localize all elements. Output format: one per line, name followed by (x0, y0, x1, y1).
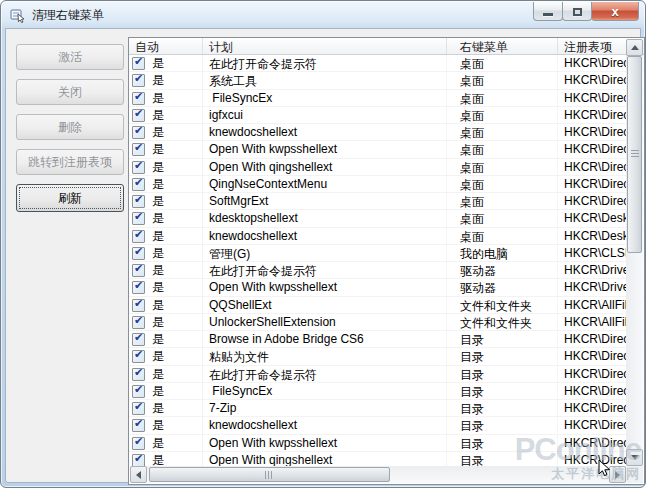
table-row[interactable]: 是 SoftMgrExt 桌面 HKCR\Directo (129, 193, 644, 210)
vertical-scroll-thumb[interactable] (627, 56, 642, 253)
maximize-button[interactable] (562, 2, 592, 21)
checkbox-checked-icon[interactable] (132, 333, 145, 346)
jump-to-registry-button[interactable]: 跳转到注册表项 (16, 149, 124, 175)
titlebar[interactable]: 清理右键菜单 x (1, 1, 645, 28)
scrollbar-corner (626, 466, 643, 483)
checkbox-checked-icon[interactable] (132, 419, 145, 432)
activate-button[interactable]: 激活 (16, 44, 124, 70)
minimize-button[interactable] (533, 2, 563, 21)
arrow-up-icon (631, 45, 639, 50)
auto-label: 是 (152, 435, 164, 451)
column-header-auto[interactable]: 自动 (129, 38, 203, 54)
column-header-menu[interactable]: 右键菜单 (447, 38, 558, 54)
table-row[interactable]: 是 Browse in Adobe Bridge CS6 目录 HKCR\Dir… (129, 331, 644, 348)
table-row[interactable]: 是 Open With kwpsshellext 桌面 HKCR\Directo (129, 141, 644, 158)
plan-cell: knewdocshellext (203, 124, 447, 140)
auto-cell: 是 (129, 228, 203, 244)
table-row[interactable]: 是 Open With kwpsshellext 目录 HKCR\Directo (129, 435, 644, 452)
window-controls: x (534, 2, 639, 21)
table-row[interactable]: 是 knewdocshellext 桌面 HKCR\Directo (129, 124, 644, 141)
checkbox-checked-icon[interactable] (132, 57, 145, 70)
table-row[interactable]: 是 Open With qingshellext 桌面 HKCR\Directo (129, 159, 644, 176)
table-row[interactable]: 是 系统工具 桌面 HKCR\Directo (129, 72, 644, 89)
table-row[interactable]: 是 QQShellExt 文件和文件夹 HKCR\AllFiles (129, 297, 644, 314)
table-row[interactable]: 是 FileSyncEx 桌面 HKCR\Directo (129, 90, 644, 107)
scroll-right-button[interactable] (609, 466, 626, 483)
table-row[interactable]: 是 UnlockerShellExtension 文件和文件夹 HKCR\All… (129, 314, 644, 331)
arrow-left-icon (136, 471, 141, 479)
checkbox-checked-icon[interactable] (132, 143, 145, 156)
vertical-scrollbar[interactable] (626, 39, 643, 466)
table-row[interactable]: 是 QingNseContextMenu 桌面 HKCR\Directo (129, 176, 644, 193)
menu-cell: 目录 (447, 348, 558, 364)
auto-label: 是 (152, 366, 164, 382)
checkbox-checked-icon[interactable] (132, 230, 145, 243)
close-button[interactable]: x (591, 2, 639, 21)
table-row[interactable]: 是 kdesktopshellext 桌面 HKCR\Deskto (129, 210, 644, 227)
arrow-right-icon (615, 471, 620, 479)
checkbox-checked-icon[interactable] (132, 178, 145, 191)
plan-cell: knewdocshellext (203, 228, 447, 244)
menu-cell: 驱动器 (447, 279, 558, 295)
menu-cell: 文件和文件夹 (447, 297, 558, 313)
checkbox-checked-icon[interactable] (132, 402, 145, 415)
plan-cell: 粘贴为文件 (203, 348, 447, 364)
scroll-left-button[interactable] (130, 466, 147, 483)
auto-label: 是 (152, 107, 164, 123)
auto-label: 是 (152, 141, 164, 157)
table-row[interactable]: 是 管理(G) 我的电脑 HKCR\CLSID (129, 245, 644, 262)
checkbox-checked-icon[interactable] (132, 195, 145, 208)
auto-label: 是 (152, 297, 164, 313)
checkbox-checked-icon[interactable] (132, 212, 145, 225)
scroll-down-button[interactable] (626, 449, 643, 466)
checkbox-checked-icon[interactable] (132, 92, 145, 105)
checkbox-checked-icon[interactable] (132, 109, 145, 122)
table-row[interactable]: 是 在此打开命令提示符 驱动器 HKCR\Drive\ (129, 262, 644, 279)
plan-cell: 管理(G) (203, 245, 447, 261)
checkbox-checked-icon[interactable] (132, 385, 145, 398)
plan-cell: Open With qingshellext (203, 159, 447, 175)
horizontal-scrollbar[interactable] (130, 466, 626, 483)
table-row[interactable]: 是 igfxcui 桌面 HKCR\Directo (129, 107, 644, 124)
checkbox-checked-icon[interactable] (132, 299, 145, 312)
table-row[interactable]: 是 在此打开命令提示符 目录 HKCR\Directo (129, 366, 644, 383)
menu-cell: 我的电脑 (447, 245, 558, 261)
checkbox-checked-icon[interactable] (132, 437, 145, 450)
horizontal-scroll-thumb[interactable] (149, 467, 390, 482)
table-row[interactable]: 是 7-Zip 目录 HKCR\Directo (129, 400, 644, 417)
column-header-plan[interactable]: 计划 (203, 38, 447, 54)
checkbox-checked-icon[interactable] (132, 126, 145, 139)
auto-label: 是 (152, 90, 164, 106)
table-row[interactable]: 是 在此打开命令提示符 桌面 HKCR\Directo (129, 55, 644, 72)
checkbox-checked-icon[interactable] (132, 316, 145, 329)
arrow-down-icon (631, 455, 639, 460)
delete-button[interactable]: 删除 (16, 114, 124, 140)
refresh-button[interactable]: 刷新 (16, 184, 124, 212)
table-row[interactable]: 是 粘贴为文件 目录 HKCR\Directo (129, 348, 644, 365)
table-row[interactable]: 是 knewdocshellext 目录 HKCR\Directo (129, 417, 644, 434)
disable-button[interactable]: 关闭 (16, 79, 124, 105)
checkbox-checked-icon[interactable] (132, 264, 145, 277)
checkbox-checked-icon[interactable] (132, 281, 145, 294)
auto-cell: 是 (129, 159, 203, 175)
checkbox-checked-icon[interactable] (132, 74, 145, 87)
checkbox-checked-icon[interactable] (132, 350, 145, 363)
auto-cell: 是 (129, 314, 203, 330)
table-row[interactable]: 是 Open With kwpsshellext 驱动器 HKCR\Drive\ (129, 279, 644, 296)
checkbox-checked-icon[interactable] (132, 247, 145, 260)
scroll-up-button[interactable] (626, 39, 643, 56)
menu-cell: 目录 (447, 435, 558, 451)
checkbox-checked-icon[interactable] (132, 161, 145, 174)
checkbox-checked-icon[interactable] (132, 454, 145, 467)
table-row[interactable]: 是 knewdocshellext 桌面 HKCR\Deskto (129, 228, 644, 245)
auto-label: 是 (152, 228, 164, 244)
table-row[interactable]: 是 FileSyncEx 目录 HKCR\Directo (129, 383, 644, 400)
auto-label: 是 (152, 348, 164, 364)
menu-cell: 桌面 (447, 210, 558, 226)
menu-cell: 桌面 (447, 55, 558, 71)
menu-cell: 桌面 (447, 124, 558, 140)
plan-cell: igfxcui (203, 107, 447, 123)
plan-cell: 在此打开命令提示符 (203, 55, 447, 71)
checkbox-checked-icon[interactable] (132, 368, 145, 381)
auto-label: 是 (152, 417, 164, 433)
